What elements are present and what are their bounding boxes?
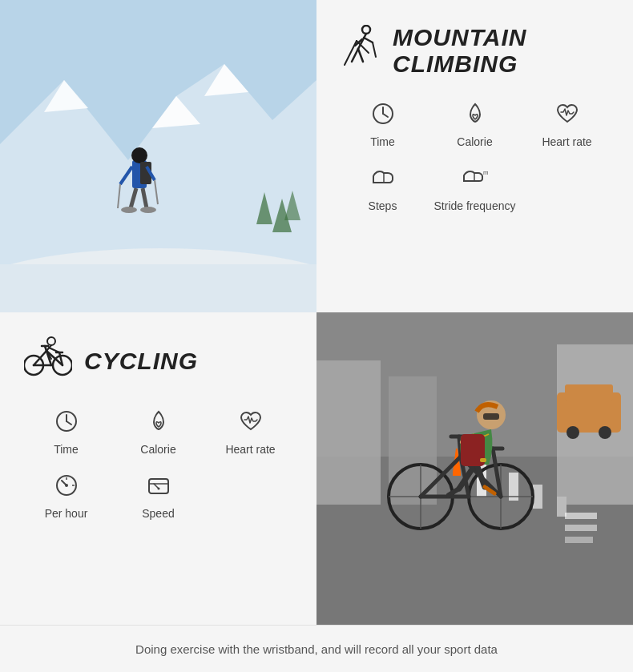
svg-line-57 — [62, 481, 67, 485]
svg-rect-68 — [565, 513, 597, 519]
cycling-speed-feature: Speed — [116, 473, 200, 521]
cycling-time-label: Time — [54, 443, 79, 457]
svg-line-32 — [383, 114, 388, 117]
svg-point-16 — [121, 207, 137, 213]
mountain-heartrate-feature: Heart rate — [525, 101, 609, 149]
bottom-section: CYCLING Time — [0, 312, 633, 625]
cycling-features-grid: Time Calorie — [24, 408, 292, 521]
svg-line-25 — [373, 42, 376, 57]
mountain-features-grid: Time Calorie — [341, 101, 609, 213]
svg-point-77 — [599, 426, 611, 439]
svg-point-8 — [131, 147, 147, 163]
cycling-calorie-label: Calorie — [140, 443, 175, 457]
svg-line-24 — [364, 38, 373, 42]
speed-icon — [146, 473, 171, 502]
clock-icon — [370, 101, 396, 131]
mountain-time-label: Time — [370, 135, 395, 149]
svg-line-61 — [154, 484, 159, 489]
svg-rect-6 — [0, 264, 316, 312]
mountain-time-feature: Time — [341, 101, 425, 149]
cycling-calorie-feature: Calorie — [116, 408, 200, 457]
cycling-heartrate-label: Heart rate — [225, 443, 275, 457]
svg-rect-103 — [480, 458, 486, 462]
svg-point-21 — [362, 26, 370, 34]
cycling-title: CYCLING — [84, 348, 198, 374]
mountain-climbing-icon — [341, 25, 381, 77]
speedometer-icon — [54, 473, 79, 502]
cycling-perhour-label: Per hour — [45, 507, 88, 521]
cycling-perhour-feature: Per hour — [24, 473, 108, 521]
svg-line-52 — [67, 421, 71, 425]
mountain-climbing-info: MOUNTAINCLIMBING Time — [316, 0, 633, 312]
mountain-photo — [0, 0, 316, 312]
svg-point-46 — [47, 337, 55, 345]
mountain-heartrate-label: Heart rate — [542, 135, 591, 149]
cycling-time-feature: Time — [24, 408, 108, 457]
cycling-heart-rate-icon — [238, 408, 264, 438]
cycling-section-header: CYCLING — [24, 336, 292, 384]
cycling-icon — [24, 336, 72, 384]
svg-rect-75 — [565, 384, 613, 400]
cycling-speed-label: Speed — [142, 507, 174, 521]
footer: Doing exercise with the wristband, and w… — [0, 625, 633, 672]
cycling-clock-icon — [54, 408, 79, 438]
mountain-section-header: MOUNTAINCLIMBING — [341, 24, 609, 77]
stride-icon: m — [462, 165, 488, 195]
svg-rect-58 — [149, 479, 168, 493]
mountain-calorie-label: Calorie — [457, 135, 492, 149]
svg-rect-69 — [565, 525, 597, 531]
flame-icon — [462, 101, 488, 131]
svg-line-28 — [345, 41, 357, 65]
cycling-heartrate-feature: Heart rate — [208, 408, 292, 457]
svg-rect-70 — [565, 537, 593, 543]
cycling-photo — [316, 312, 633, 625]
svg-text:m: m — [483, 169, 488, 176]
heart-rate-icon — [554, 101, 580, 131]
cycling-flame-icon — [146, 408, 171, 438]
svg-line-48 — [49, 348, 59, 352]
svg-rect-79 — [453, 473, 461, 476]
mountain-stride-feature: m Stride frequency — [433, 165, 517, 213]
footer-text: Doing exercise with the wristband, and w… — [135, 642, 498, 656]
svg-rect-71 — [316, 360, 381, 505]
cycling-info: CYCLING Time — [0, 312, 316, 625]
top-section: MOUNTAINCLIMBING Time — [0, 0, 633, 312]
mountain-steps-label: Steps — [369, 199, 397, 213]
mountain-title: MOUNTAINCLIMBING — [393, 24, 526, 77]
shoe-icon — [370, 165, 396, 195]
mountain-steps-feature: Steps — [341, 165, 425, 213]
svg-line-26 — [352, 49, 358, 62]
svg-line-38 — [34, 351, 46, 365]
mountain-stride-label: Stride frequency — [434, 199, 516, 213]
svg-line-27 — [358, 49, 363, 62]
svg-point-76 — [566, 426, 579, 439]
svg-point-17 — [140, 207, 156, 213]
svg-rect-95 — [483, 413, 499, 420]
mountain-calorie-feature: Calorie — [433, 101, 517, 149]
main-container: MOUNTAINCLIMBING Time — [0, 0, 633, 672]
